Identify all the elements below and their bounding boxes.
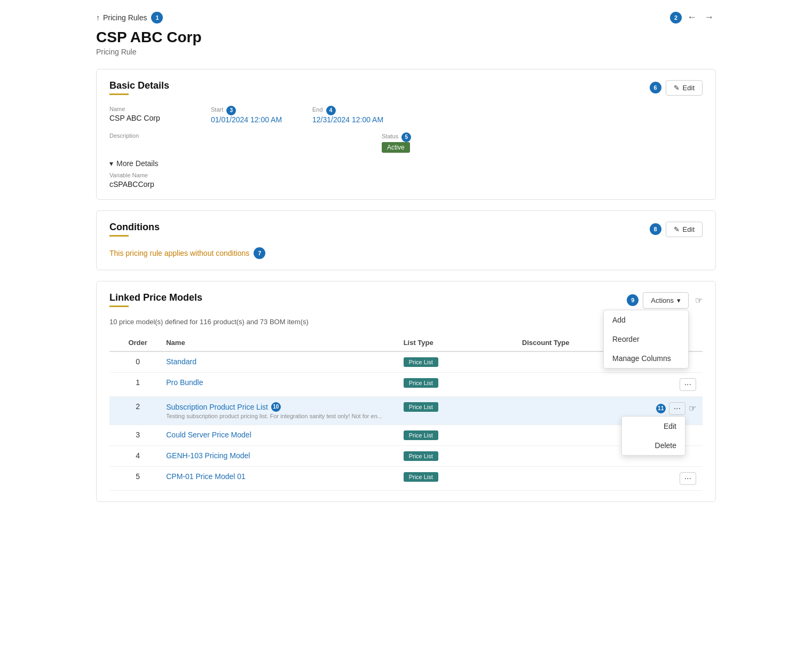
basic-details-title: Basic Details bbox=[109, 80, 169, 91]
nav-arrows: 2 ← → bbox=[670, 11, 716, 24]
more-details-label: More Details bbox=[116, 159, 159, 168]
row-order: 0 bbox=[109, 351, 166, 373]
row-name-cell: GENH-103 Pricing Model bbox=[166, 445, 403, 466]
cursor-row-indicator: ☞ bbox=[689, 403, 696, 413]
description-label: Description bbox=[109, 132, 190, 139]
conditions-message-badge: 7 bbox=[254, 247, 265, 259]
lpm-title: Linked Price Models bbox=[109, 292, 202, 303]
lpm-actions-group: 9 Actions ▾ Add Reorder Manage Columns ☞ bbox=[627, 292, 703, 309]
basic-details-title-group: Basic Details bbox=[109, 80, 169, 104]
row-name-badge: 10 bbox=[271, 402, 281, 412]
edit-icon: ✎ bbox=[674, 84, 680, 92]
status-label: Status bbox=[382, 133, 398, 139]
basic-details-underline bbox=[109, 93, 129, 95]
arrow-up-icon: ↑ bbox=[96, 13, 100, 22]
status-value: Active bbox=[382, 142, 410, 153]
row-list-type-cell: Price List bbox=[404, 351, 522, 373]
basic-details-fields-row2: Description Status 5 Active bbox=[109, 132, 703, 153]
row-discount-cell bbox=[522, 372, 641, 396]
table-row: 5 CPM-01 Price Model 01 Price List ··· bbox=[109, 466, 703, 490]
nav-forward-button[interactable]: → bbox=[702, 11, 716, 24]
status-label-row: Status 5 bbox=[382, 132, 462, 142]
row-list-type-cell: Price List bbox=[404, 466, 522, 490]
status-field-group: Status 5 Active bbox=[382, 132, 462, 153]
row-name-link[interactable]: Pro Bundle bbox=[166, 378, 203, 387]
breadcrumb-link[interactable]: ↑ Pricing Rules bbox=[96, 13, 147, 22]
row-list-type-cell: Price List bbox=[404, 396, 522, 425]
row-menu-button[interactable]: ··· bbox=[680, 472, 696, 485]
row-menu-button-active[interactable]: ··· bbox=[669, 402, 685, 415]
description-field-group: Description bbox=[109, 132, 190, 153]
actions-label: Actions bbox=[651, 296, 674, 304]
actions-menu-add[interactable]: Add bbox=[604, 310, 688, 330]
row-name-link[interactable]: Could Server Price Model bbox=[166, 430, 251, 439]
top-nav: ↑ Pricing Rules 1 2 ← → bbox=[96, 11, 716, 24]
table-row: 3 Could Server Price Model Price List bbox=[109, 425, 703, 445]
row-name-link[interactable]: GENH-103 Pricing Model bbox=[166, 451, 250, 460]
row-menu-edit[interactable]: Edit bbox=[622, 417, 685, 436]
variable-name-label: Variable Name bbox=[109, 172, 703, 178]
start-badge: 3 bbox=[226, 106, 236, 115]
nav-back-button[interactable]: ← bbox=[685, 11, 699, 24]
conditions-section: Conditions 8 ✎ Edit This pricing rule ap… bbox=[96, 210, 716, 270]
start-label-row: Start 3 bbox=[211, 106, 291, 115]
row-menu-button[interactable]: ··· bbox=[680, 378, 696, 391]
lpm-title-group: Linked Price Models bbox=[109, 292, 202, 316]
col-name: Name bbox=[166, 334, 403, 351]
row-menu-delete[interactable]: Delete bbox=[622, 436, 685, 455]
row-name-cell: Pro Bundle bbox=[166, 372, 403, 396]
conditions-edit-group: 8 ✎ Edit bbox=[650, 222, 703, 237]
more-details-toggle[interactable]: ▾ More Details bbox=[109, 159, 703, 168]
row-actions-with-badge: 11 ··· Edit Delete ☞ bbox=[641, 402, 696, 415]
edit-icon-conditions: ✎ bbox=[674, 225, 680, 233]
actions-menu-reorder[interactable]: Reorder bbox=[604, 330, 688, 349]
actions-menu-manage-columns[interactable]: Manage Columns bbox=[604, 349, 688, 368]
basic-details-section: Basic Details 6 ✎ Edit Name CSP ABC Corp… bbox=[96, 69, 716, 200]
end-badge: 4 bbox=[326, 106, 336, 115]
basic-details-edit-button[interactable]: ✎ Edit bbox=[666, 80, 703, 96]
end-value: 12/31/2024 12:00 AM bbox=[312, 115, 392, 124]
actions-chevron-icon: ▾ bbox=[677, 296, 681, 304]
start-value: 01/01/2024 12:00 AM bbox=[211, 115, 291, 124]
row-order: 5 bbox=[109, 466, 166, 490]
price-list-badge: Price List bbox=[404, 378, 438, 388]
row-menu-container: ··· Edit Delete bbox=[669, 402, 685, 415]
actions-button[interactable]: Actions ▾ bbox=[643, 292, 689, 309]
table-row-highlighted: 2 Subscription Product Price List 10 Tes… bbox=[109, 396, 703, 425]
name-value: CSP ABC Corp bbox=[109, 114, 190, 122]
breadcrumb-area: ↑ Pricing Rules 1 bbox=[96, 12, 163, 24]
basic-details-header: Basic Details 6 ✎ Edit bbox=[109, 80, 703, 104]
chevron-down-icon: ▾ bbox=[109, 159, 113, 168]
conditions-underline bbox=[109, 235, 129, 237]
status-badge: 5 bbox=[401, 132, 411, 142]
row-discount-cell bbox=[522, 466, 641, 490]
col-list-type: List Type bbox=[404, 334, 522, 351]
conditions-edit-button[interactable]: ✎ Edit bbox=[666, 222, 703, 237]
end-field-group: End 4 12/31/2024 12:00 AM bbox=[312, 106, 392, 124]
end-label: End bbox=[312, 106, 323, 113]
page-subtitle: Pricing Rule bbox=[96, 48, 716, 56]
row-name-link[interactable]: Standard bbox=[166, 357, 196, 366]
row-name-link[interactable]: Subscription Product Price List bbox=[166, 403, 268, 411]
row-order: 2 bbox=[109, 396, 166, 425]
lpm-header: Linked Price Models 9 Actions ▾ Add Reor… bbox=[109, 292, 703, 316]
row-name-cell: Could Server Price Model bbox=[166, 425, 403, 445]
table-row: 1 Pro Bundle Price List ··· bbox=[109, 372, 703, 396]
row-context-menu: Edit Delete bbox=[621, 416, 685, 456]
lpm-underline bbox=[109, 306, 129, 307]
col-order: Order bbox=[109, 334, 166, 351]
linked-price-models-section: Linked Price Models 9 Actions ▾ Add Reor… bbox=[96, 281, 716, 502]
conditions-header: Conditions 8 ✎ Edit bbox=[109, 222, 703, 245]
row-name-cell: Subscription Product Price List 10 Testi… bbox=[166, 396, 403, 425]
basic-details-edit-group: 6 ✎ Edit bbox=[650, 80, 703, 96]
start-field-group: Start 3 01/01/2024 12:00 AM bbox=[211, 106, 291, 124]
row-name-link[interactable]: CPM-01 Price Model 01 bbox=[166, 472, 246, 481]
breadcrumb-badge: 1 bbox=[151, 12, 163, 24]
name-field-group: Name CSP ABC Corp bbox=[109, 106, 190, 124]
conditions-badge: 8 bbox=[650, 223, 661, 235]
price-list-badge: Price List bbox=[404, 357, 438, 367]
conditions-title: Conditions bbox=[109, 222, 160, 233]
table-row: 4 GENH-103 Pricing Model Price List bbox=[109, 445, 703, 466]
row-actions-cell: 11 ··· Edit Delete ☞ bbox=[641, 396, 703, 425]
price-list-badge: Price List bbox=[404, 430, 438, 440]
